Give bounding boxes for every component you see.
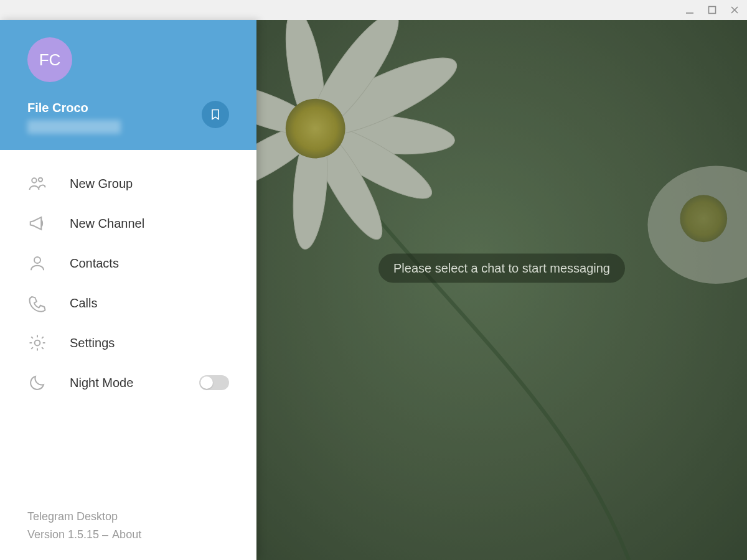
saved-messages-button[interactable] (202, 101, 229, 128)
menu-item-night-mode[interactable]: Night Mode (0, 363, 256, 403)
svg-rect-1 (709, 7, 716, 14)
svg-point-5 (39, 178, 42, 182)
menu-label: Night Mode (70, 376, 133, 390)
menu-label: Contacts (70, 256, 119, 271)
title-bar (0, 0, 747, 20)
svg-point-6 (34, 257, 40, 263)
toggle-knob (200, 376, 213, 389)
minimize-icon (685, 6, 694, 14)
bookmark-icon (209, 108, 222, 121)
phone-icon (27, 293, 47, 313)
empty-state-message: Please select a chat to start messaging (378, 254, 625, 283)
svg-point-4 (32, 178, 37, 183)
version-text: Version 1.5.15 – (27, 528, 108, 541)
app-name: Telegram Desktop (27, 510, 229, 523)
moon-icon (27, 373, 47, 393)
gear-icon (27, 333, 47, 353)
svg-rect-21 (256, 20, 747, 560)
maximize-icon (708, 6, 716, 14)
menu-item-settings[interactable]: Settings (0, 323, 256, 363)
close-icon (730, 6, 739, 14)
menu-label: Calls (70, 296, 97, 310)
menu-label: Settings (70, 336, 115, 350)
display-name: File Croco (27, 101, 121, 115)
avatar[interactable]: FC (27, 37, 72, 82)
about-link[interactable]: About (112, 528, 141, 541)
menu-label: New Group (70, 177, 133, 191)
version-line: Version 1.5.15 – About (27, 528, 229, 541)
sidebar-drawer: FC File Croco New Group (0, 20, 256, 560)
menu-item-calls[interactable]: Calls (0, 283, 256, 323)
phone-number-redacted (27, 120, 121, 134)
night-mode-toggle[interactable] (199, 375, 229, 390)
close-button[interactable] (727, 2, 742, 17)
app-body: FC File Croco New Group (0, 20, 747, 560)
menu-item-contacts[interactable]: Contacts (0, 243, 256, 283)
sidebar-footer: Telegram Desktop Version 1.5.15 – About (0, 498, 256, 560)
menu-item-new-group[interactable]: New Group (0, 164, 256, 203)
group-icon (27, 174, 47, 194)
menu-item-new-channel[interactable]: New Channel (0, 203, 256, 243)
chat-area: Please select a chat to start messaging (256, 20, 747, 560)
chat-background (256, 20, 747, 560)
menu-list: New Group New Channel Contacts Calls (0, 150, 256, 416)
megaphone-icon (27, 213, 47, 233)
person-icon (27, 253, 47, 273)
maximize-button[interactable] (705, 2, 720, 17)
sidebar-header: FC File Croco (0, 20, 256, 150)
menu-label: New Channel (70, 217, 144, 231)
profile-text: File Croco (27, 101, 121, 134)
profile-row: File Croco (27, 101, 229, 134)
svg-point-7 (35, 340, 40, 346)
minimize-button[interactable] (682, 2, 697, 17)
